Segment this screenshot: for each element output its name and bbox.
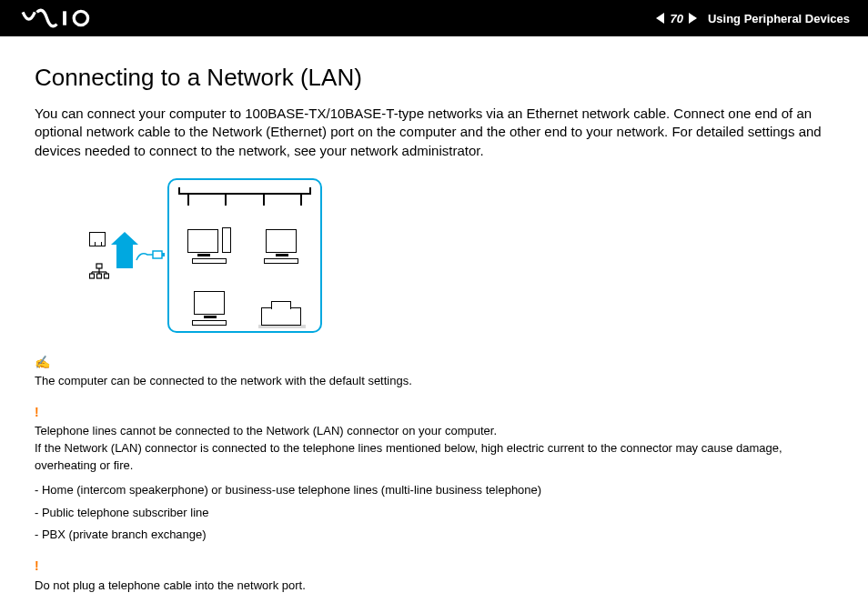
tip-icon: ✍ — [35, 353, 50, 371]
computer-icon — [175, 206, 243, 264]
warning-icon: ! — [35, 403, 39, 421]
svg-rect-9 — [97, 274, 102, 278]
tip-note: ✍ The computer can be connected to the n… — [35, 353, 833, 390]
tip-text: The computer can be connected to the net… — [35, 374, 412, 387]
warning-bullet-list: Home (intercom speakerphone) or business… — [35, 482, 833, 545]
warning-text-2: If the Network (LAN) connector is connec… — [35, 441, 782, 472]
port-and-legend-icon — [89, 232, 109, 279]
cable-plug-icon — [135, 247, 160, 264]
lan-network-illustration — [167, 178, 322, 333]
notes-section: ✍ The computer can be connected to the n… — [35, 353, 833, 595]
page-content: Connecting to a Network (LAN) You can co… — [0, 36, 868, 594]
warning-text-1: Telephone lines cannot be connected to t… — [35, 424, 497, 437]
warning-text-3: Do not plug a telephone cable into the n… — [35, 578, 306, 592]
computer-icon — [175, 267, 243, 326]
svg-rect-0 — [63, 11, 66, 25]
svg-rect-10 — [105, 274, 109, 278]
printer-icon — [247, 267, 315, 326]
warning-note-1: ! Telephone lines cannot be connected to… — [35, 403, 833, 544]
up-arrow-icon — [116, 243, 133, 268]
svg-rect-2 — [96, 264, 102, 268]
svg-rect-11 — [153, 251, 162, 258]
warning-icon: ! — [35, 557, 39, 575]
svg-point-1 — [74, 11, 87, 25]
svg-rect-12 — [162, 253, 165, 256]
intro-paragraph: You can connect your computer to 100BASE… — [35, 105, 833, 160]
network-diagram — [89, 178, 833, 333]
next-page-icon[interactable] — [689, 13, 697, 24]
svg-rect-8 — [90, 274, 95, 278]
connect-arrow-icon — [116, 243, 160, 268]
list-item: Home (intercom speakerphone) or business… — [35, 482, 833, 499]
page-nav: 70 — [656, 12, 696, 25]
section-label: Using Peripheral Devices — [708, 12, 850, 25]
vaio-logo — [16, 8, 107, 28]
header-right: 70 Using Peripheral Devices — [656, 12, 850, 25]
network-tree-icon — [89, 263, 109, 279]
list-item: PBX (private branch exchange) — [35, 527, 833, 544]
prev-page-icon[interactable] — [656, 13, 664, 24]
warning-note-2: ! Do not plug a telephone cable into the… — [35, 557, 833, 594]
page-number: 70 — [670, 12, 682, 25]
ethernet-jack-icon — [89, 232, 106, 246]
list-item: Public telephone subscriber line — [35, 505, 833, 522]
page-header: 70 Using Peripheral Devices — [0, 0, 868, 36]
computer-icon — [247, 206, 315, 264]
page-title: Connecting to a Network (LAN) — [35, 64, 833, 92]
